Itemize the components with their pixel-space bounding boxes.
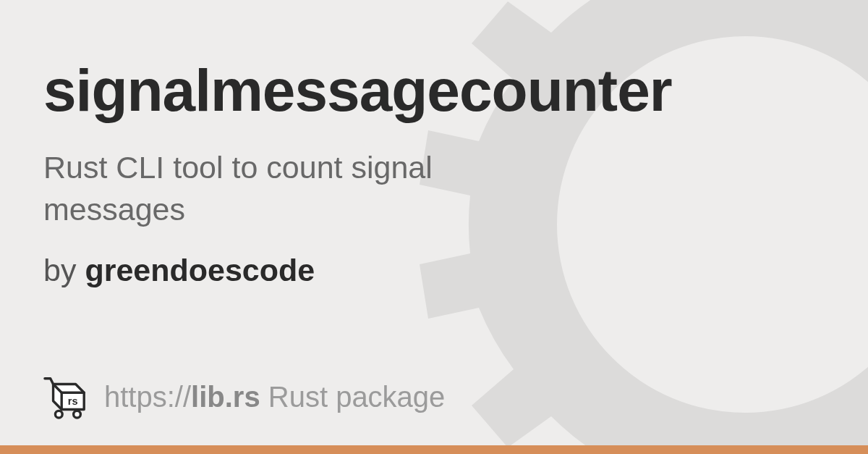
by-label: by [43, 253, 76, 287]
package-description: Rust CLI tool to count signal messages [43, 146, 564, 230]
author-name: greendoescode [85, 253, 315, 287]
author-line: by greendoescode [43, 251, 825, 291]
package-title: signalmessagecounter [43, 58, 825, 123]
main-content: signalmessagecounter Rust CLI tool to co… [0, 0, 868, 454]
